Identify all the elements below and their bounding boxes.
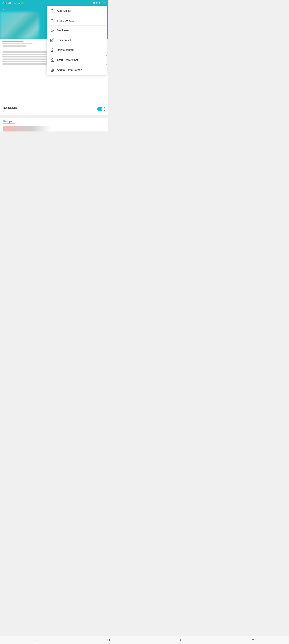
groups-underline	[3, 124, 15, 124]
context-menu: Auto-Delete › Share contact Block user	[47, 6, 107, 75]
status-bar-right: ● ✕ ✕ 🖼 ١٢:١٧	[92, 2, 106, 4]
status-bar-left: 🔋 ٤٣درصد ||| 4G↑ 🔇 🔑	[2, 2, 23, 4]
home-add-icon	[50, 68, 54, 72]
section-separator	[0, 116, 108, 116]
auto-delete-label: Auto-Delete	[57, 9, 100, 12]
spacer-below-menu	[0, 73, 108, 103]
lock-icon	[50, 58, 55, 62]
menu-item-delete-contact[interactable]: Delete contact	[47, 45, 107, 55]
battery-icon: 🔋	[21, 2, 23, 4]
time-display: ١٢:١٧	[101, 2, 106, 4]
notifications-text: Notifications On	[3, 106, 17, 112]
profile-image-blur	[0, 12, 39, 39]
signal-icon: |||	[12, 2, 13, 4]
menu-item-block-user[interactable]: Block user	[47, 26, 107, 35]
start-secret-chat-label: Start Secret Chat	[57, 58, 103, 62]
4g-icon: 4G↑	[8, 2, 11, 4]
vertical-divider	[57, 106, 57, 112]
x-icon-1: ✕	[93, 2, 95, 4]
block-user-label: Block user	[57, 29, 104, 32]
name-line-3	[3, 45, 27, 47]
groups-section: Groups	[0, 118, 108, 132]
key-icon: 🔑	[2, 2, 5, 4]
image-icon: 🖼	[99, 2, 101, 4]
status-bar: 🔋 ٤٣درصد ||| 4G↑ 🔇 🔑 ● ✕ ✕ 🖼 ١٢:١٧	[0, 0, 108, 6]
menu-item-share-contact[interactable]: Share contact	[47, 16, 107, 26]
svg-line-11	[51, 29, 53, 32]
content-bottom	[0, 133, 108, 193]
block-icon	[50, 28, 54, 32]
mute-icon: 🔇	[5, 2, 8, 4]
menu-item-auto-delete[interactable]: Auto-Delete ›	[47, 6, 107, 16]
add-to-home-label: Add to Home Screen	[57, 68, 104, 72]
clock-icon	[50, 9, 54, 13]
toggle-knob	[101, 107, 105, 111]
share-contact-label: Share contact	[57, 19, 104, 22]
auto-delete-arrow: ›	[103, 9, 104, 12]
battery-percent: ٤٣درصد	[14, 2, 20, 4]
name-line-2	[3, 43, 33, 44]
svg-point-13	[52, 60, 53, 61]
share-icon	[50, 18, 54, 23]
notifications-label: Notifications	[3, 106, 17, 109]
notifications-section: Notifications On	[0, 103, 108, 116]
menu-item-edit-contact[interactable]: Edit contact	[47, 35, 107, 45]
pencil-icon	[50, 38, 54, 42]
x-icon-2: ✕	[96, 2, 98, 4]
notifications-status: On	[3, 110, 17, 112]
delete-contact-label: Delete contact	[57, 48, 104, 52]
menu-item-add-to-home[interactable]: Add to Home Screen	[47, 65, 107, 75]
back-button[interactable]: ←	[3, 8, 6, 12]
group-row-1	[3, 126, 51, 132]
menu-item-start-secret-chat[interactable]: Start Secret Chat	[47, 55, 107, 65]
name-line-1	[3, 40, 24, 42]
notifications-toggle[interactable]	[97, 107, 105, 111]
dot-icon: ●	[92, 2, 92, 4]
trash-icon	[50, 48, 54, 52]
groups-title: Groups	[3, 120, 105, 123]
edit-contact-label: Edit contact	[57, 39, 104, 42]
